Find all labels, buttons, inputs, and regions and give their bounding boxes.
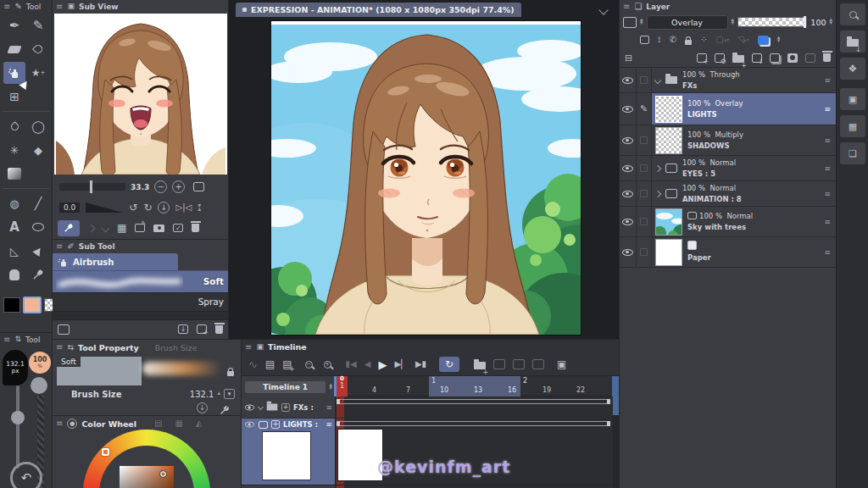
- lock-transparent-pixels-icon[interactable]: ⁘: [700, 36, 707, 44]
- menu-icon[interactable]: ≡: [56, 419, 63, 428]
- new-cel-button[interactable]: +: [271, 420, 280, 429]
- timeline-selector[interactable]: Timeline 1: [245, 381, 326, 393]
- timeline-cel-frame-1[interactable]: [337, 429, 383, 481]
- sv-marker[interactable]: [159, 470, 167, 478]
- cel-tab-button[interactable]: ▦: [840, 115, 865, 137]
- layer-stack-tab-button[interactable]: ❖: [840, 58, 865, 80]
- opacity-indicator[interactable]: 100 %: [29, 352, 51, 374]
- flip-vertical-button[interactable]: ▾▴: [198, 204, 201, 212]
- loop-play-button[interactable]: ↻: [439, 357, 459, 372]
- transfer-to-layer-icon[interactable]: ↓: [752, 53, 762, 63]
- save-sub-tool-icon[interactable]: ↓: [178, 324, 188, 334]
- chevron-right-icon[interactable]: [654, 190, 661, 197]
- layer-checkbox[interactable]: [640, 190, 648, 197]
- menu-icon[interactable]: ≡: [623, 3, 630, 11]
- visibility-eye-icon[interactable]: [245, 422, 254, 428]
- blend-tool[interactable]: [27, 38, 49, 60]
- blend-drops-tool[interactable]: [3, 115, 25, 137]
- magic-wand-tool[interactable]: ✳: [3, 139, 25, 161]
- hand-tool[interactable]: [3, 263, 25, 286]
- new-cel-button[interactable]: +: [281, 403, 290, 412]
- ruler-scroll-arrow[interactable]: [612, 376, 619, 397]
- new-raster-layer-icon[interactable]: +: [697, 53, 707, 63]
- draw-on-target-icon[interactable]: [758, 36, 769, 45]
- onion-skin-icon[interactable]: ▣: [557, 359, 566, 369]
- brush-preview-chip[interactable]: Soft: [57, 357, 142, 385]
- new-timeline-icon[interactable]: ▤+: [282, 359, 292, 369]
- balloon-tool[interactable]: [27, 216, 49, 238]
- lights-clip-bar[interactable]: [337, 421, 610, 426]
- layer-menu-icon[interactable]: ≡: [824, 248, 831, 257]
- object-tool[interactable]: [27, 240, 49, 262]
- brush-size-stepper[interactable]: ▴: [217, 392, 220, 396]
- delete-layer-icon[interactable]: [823, 53, 831, 62]
- main-color-swatch[interactable]: [3, 297, 20, 313]
- palette-color-icon[interactable]: [623, 17, 637, 28]
- visibility-eye-icon[interactable]: [622, 219, 633, 225]
- palette-color-stepper[interactable]: ▴▾: [640, 19, 643, 25]
- eyedropper-mode-button[interactable]: [58, 220, 80, 236]
- sv-square[interactable]: [120, 466, 174, 488]
- pen-tool[interactable]: ✒: [3, 14, 25, 36]
- visibility-eye-icon[interactable]: [622, 77, 633, 84]
- layer-row-shadows[interactable]: 100 % MultiplySHADOWS ≡: [620, 125, 836, 156]
- apply-check-button[interactable]: ✓: [173, 224, 183, 232]
- thumbnail-grid-button[interactable]: ▦: [117, 223, 126, 233]
- sub-color-swatch-selected[interactable]: [23, 297, 42, 313]
- tab-tool-property[interactable]: Tool Property: [78, 343, 139, 352]
- menu-icon[interactable]: ≡: [3, 336, 10, 344]
- sub-tool-group-tab[interactable]: Airbrush: [53, 253, 178, 270]
- play-icon[interactable]: ▶: [379, 359, 387, 370]
- decoration-tool[interactable]: ★+: [27, 62, 49, 84]
- next-image-button[interactable]: [102, 224, 110, 232]
- enable-mask-icon[interactable]: ▢▴▾: [716, 36, 729, 44]
- camera-button[interactable]: [153, 225, 164, 232]
- layer-mask-icon[interactable]: [787, 53, 798, 63]
- layer-row-lights-selected[interactable]: ✎ 100 % OverlayLIGHTS ≡: [620, 93, 836, 125]
- edit-image-button[interactable]: ✎: [135, 224, 145, 232]
- menu-icon[interactable]: ≡: [56, 343, 63, 352]
- new-layer-dialog-icon[interactable]: ⚙: [715, 53, 725, 63]
- layer-checkbox[interactable]: [640, 76, 648, 84]
- draw-target-stepper[interactable]: ▴▾: [777, 36, 781, 43]
- lock-icon[interactable]: [227, 363, 234, 380]
- specify-cel-icon[interactable]: [513, 359, 525, 369]
- visibility-eye-icon[interactable]: [245, 404, 254, 410]
- playhead-marker[interactable]: 0 1: [337, 376, 348, 397]
- menu-icon[interactable]: ≡: [56, 3, 63, 11]
- brush-size-field-value[interactable]: 132.1: [190, 390, 214, 399]
- ruler-range-icon[interactable]: ◹▴▾: [737, 36, 749, 44]
- visibility-eye-icon[interactable]: [622, 106, 633, 113]
- delete-sub-tool-icon[interactable]: [215, 325, 223, 334]
- layer-opacity-value[interactable]: 100: [810, 18, 826, 27]
- brush-size-indicator[interactable]: 132.1 px: [3, 350, 28, 385]
- delete-cel-icon[interactable]: [532, 359, 544, 369]
- undo-button[interactable]: ↶: [10, 462, 42, 488]
- zoom-out-button[interactable]: −: [154, 180, 167, 193]
- layer-menu-icon[interactable]: ≡: [824, 76, 831, 85]
- layer-checkbox[interactable]: [640, 136, 648, 144]
- import-sub-tool-icon[interactable]: [58, 324, 70, 335]
- color-slider-tab-icon[interactable]: ▤: [154, 419, 162, 428]
- layer-checkbox[interactable]: [640, 248, 648, 256]
- merge-down-icon[interactable]: [770, 53, 780, 63]
- sub-tool-item-soft[interactable]: Soft: [53, 270, 228, 292]
- opacity-stepper[interactable]: ▴▾: [829, 19, 832, 25]
- size-slider-track[interactable]: [16, 385, 19, 469]
- previous-frame-icon[interactable]: ◀: [364, 360, 371, 369]
- line-tool[interactable]: ╱: [27, 192, 49, 214]
- visibility-eye-icon[interactable]: [622, 249, 633, 256]
- track-row-fxs[interactable]: + FXs : ≡: [242, 396, 619, 419]
- blend-mode-stepper[interactable]: ▴▾: [732, 19, 735, 25]
- layer-thumbnail[interactable]: [655, 208, 682, 236]
- fit-screen-icon[interactable]: [193, 182, 204, 191]
- layer-search-tab-button[interactable]: ❏: [840, 142, 865, 164]
- layer-row-sky[interactable]: 100 % NormalSky with trees ≡: [620, 207, 836, 237]
- gradient-tool[interactable]: [3, 163, 25, 185]
- layer-checkbox[interactable]: [640, 218, 648, 225]
- layer-menu-icon[interactable]: ≡: [824, 218, 831, 226]
- airbrush-tool-selected[interactable]: [3, 62, 25, 84]
- zoom-in-timeline-icon[interactable]: +: [324, 361, 331, 369]
- collapse-tab-bar-icon[interactable]: [598, 5, 608, 14]
- new-folder-icon[interactable]: +: [732, 50, 744, 66]
